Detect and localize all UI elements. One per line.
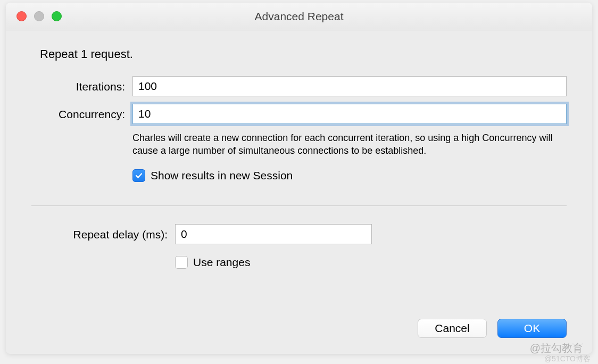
repeat-delay-row: Repeat delay (ms): Use ranges: [31, 224, 567, 269]
use-ranges-label: Use ranges: [193, 256, 250, 269]
iterations-row: Iterations:: [31, 76, 567, 96]
watermark-secondary: @51CTO博客: [544, 354, 591, 364]
cancel-button[interactable]: Cancel: [418, 319, 487, 338]
dialog-content: Repeat 1 request. Iterations: Concurrenc…: [6, 30, 592, 354]
concurrency-row: Concurrency: Charles will create a new c…: [31, 104, 567, 182]
close-icon[interactable]: [16, 11, 27, 21]
divider: [31, 205, 567, 206]
dialog-window: Advanced Repeat Repeat 1 request. Iterat…: [6, 3, 592, 354]
ok-button[interactable]: OK: [497, 319, 567, 338]
window-title: Advanced Repeat: [255, 10, 344, 23]
concurrency-label: Concurrency:: [31, 104, 132, 121]
show-results-row[interactable]: Show results in new Session: [132, 169, 567, 182]
traffic-lights: [6, 11, 62, 21]
iterations-label: Iterations:: [31, 76, 132, 93]
button-row: Cancel OK: [31, 319, 567, 341]
iterations-input[interactable]: [132, 76, 567, 96]
concurrency-input[interactable]: [132, 104, 567, 124]
maximize-icon[interactable]: [52, 11, 62, 21]
use-ranges-checkbox[interactable]: [175, 256, 188, 269]
show-results-label: Show results in new Session: [151, 169, 293, 182]
use-ranges-row[interactable]: Use ranges: [175, 256, 567, 269]
concurrency-help: Charles will create a new connection for…: [132, 131, 558, 158]
repeat-delay-label: Repeat delay (ms):: [31, 224, 175, 241]
repeat-delay-input[interactable]: [175, 224, 372, 244]
minimize-icon[interactable]: [34, 11, 44, 21]
titlebar: Advanced Repeat: [6, 3, 592, 30]
check-icon: [135, 171, 143, 180]
show-results-checkbox[interactable]: [132, 169, 145, 182]
dialog-heading: Repeat 1 request.: [40, 47, 567, 61]
